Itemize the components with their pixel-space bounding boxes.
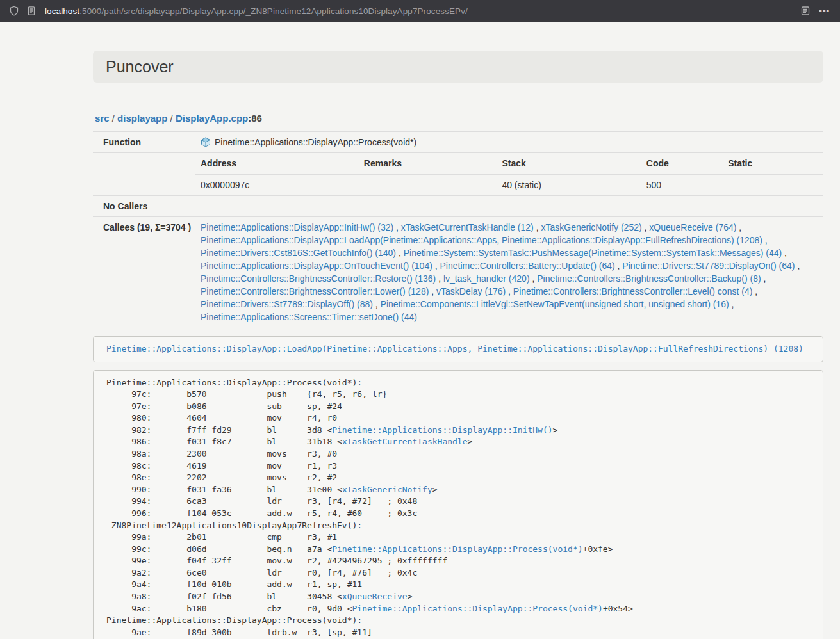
disasm-symbol-link[interactable]: Pinetime::Applications::DisplayApp::Proc… — [332, 544, 582, 554]
function-table: Function Pinetime::Applications::Display… — [93, 131, 823, 327]
header-code: Code — [641, 153, 723, 174]
callee-link[interactable]: Pinetime::Applications::Screens::Timer::… — [201, 312, 417, 322]
breadcrumb-link[interactable]: displayapp — [117, 113, 167, 124]
value-remarks — [359, 174, 497, 195]
function-row-label: Function — [93, 132, 195, 153]
url-path: :5000/path/src/displayapp/DisplayApp.cpp… — [79, 6, 468, 16]
callee-link[interactable]: vTaskDelay (176) — [436, 286, 506, 296]
callee-link[interactable]: Pinetime::Drivers::Cst816S::GetTouchInfo… — [201, 248, 396, 258]
callee-link[interactable]: Pinetime::Controllers::BrightnessControl… — [537, 273, 761, 284]
callee-link[interactable]: Pinetime::Controllers::BrightnessControl… — [201, 273, 436, 284]
tracking-protection-shield-icon[interactable] — [9, 6, 19, 16]
breadcrumb-link[interactable]: DisplayApp.cpp — [176, 113, 248, 124]
callee-separator: , — [429, 286, 436, 296]
value-address: 0x0000097c — [195, 174, 359, 195]
value-static — [723, 174, 823, 195]
callee-separator: , — [762, 235, 768, 245]
stats-row-label — [93, 153, 195, 196]
header-static: Static — [723, 153, 823, 174]
function-row: Function Pinetime::Applications::Display… — [93, 132, 823, 153]
callee-separator: , — [642, 222, 650, 232]
callee-link[interactable]: Pinetime::Applications::DisplayApp::Init… — [201, 222, 393, 232]
callee-separator: , — [436, 273, 443, 284]
no-callers-row: No Callers — [93, 196, 823, 217]
callee-link[interactable]: Pinetime::Controllers::Battery::Update()… — [440, 261, 615, 271]
callees-label: Callees (19, Σ=3704 ) — [93, 217, 195, 328]
callee-link[interactable]: Pinetime::Components::LittleVgl::SetNewT… — [381, 299, 729, 309]
stats-row: Address Remarks Stack Code Static 0x0000… — [93, 153, 823, 196]
disasm-symbol-link[interactable]: Pinetime::Applications::DisplayApp::Init… — [332, 425, 552, 435]
callee-separator: , — [393, 222, 401, 232]
browser-toolbar: localhost:5000/path/src/displayapp/Displ… — [0, 0, 840, 22]
url-bar[interactable]: localhost:5000/path/src/displayapp/Displ… — [44, 6, 793, 16]
disassembly-code: Pinetime::Applications::DisplayApp::Proc… — [93, 370, 823, 639]
callee-link[interactable]: lv_task_handler (420) — [443, 273, 530, 284]
callee-separator: , — [530, 273, 538, 284]
callee-link[interactable]: Pinetime::Drivers::St7789::DisplayOff() … — [201, 299, 373, 309]
breadcrumb-separator: / — [110, 113, 118, 124]
disasm-symbol-link[interactable]: xTaskGenericNotify — [342, 485, 432, 494]
callee-separator: , — [736, 222, 741, 232]
callee-separator: , — [396, 248, 404, 258]
breadcrumb-line-number: :86 — [248, 113, 262, 124]
stats-data-row: 0x0000097c 40 (static) 500 — [195, 174, 823, 195]
divider — [93, 102, 823, 102]
callees-list: Pinetime::Applications::DisplayApp::Init… — [195, 217, 823, 328]
function-name-cell: Pinetime::Applications::DisplayApp::Proc… — [195, 132, 823, 153]
callee-link[interactable]: Pinetime::Controllers::BrightnessControl… — [201, 286, 429, 296]
value-stack: 40 (static) — [497, 174, 641, 195]
no-callers-label: No Callers — [93, 196, 195, 217]
disasm-symbol-link[interactable]: xQueueReceive — [342, 592, 408, 601]
disasm-symbol-link[interactable]: Pinetime::Applications::DisplayApp::Proc… — [352, 604, 603, 613]
value-code: 500 — [641, 174, 723, 195]
breadcrumb: src / displayapp / DisplayApp.cpp:86 — [95, 113, 821, 124]
stats-table: Address Remarks Stack Code Static 0x0000… — [195, 153, 823, 195]
callee-link[interactable]: Pinetime::Applications::DisplayApp::OnTo… — [201, 261, 432, 271]
callee-separator: , — [534, 222, 541, 232]
callee-separator: , — [752, 286, 757, 296]
callee-link[interactable]: xTaskGetCurrentTaskHandle (12) — [401, 222, 534, 232]
breadcrumb-separator: / — [167, 113, 176, 124]
stats-header-row: Address Remarks Stack Code Static — [195, 153, 823, 174]
callee-link[interactable]: Pinetime::Applications::DisplayApp::Load… — [201, 235, 762, 245]
no-callers-cell — [195, 196, 823, 217]
callee-separator: , — [506, 286, 513, 296]
callee-separator: , — [761, 273, 766, 284]
page-container: Puncover src / displayapp / DisplayApp.c… — [93, 22, 823, 639]
page-header: Puncover — [93, 51, 823, 83]
selected-callee-link[interactable]: Pinetime::Applications::DisplayApp::Load… — [106, 344, 803, 353]
callee-link[interactable]: Pinetime::Drivers::St7789::DisplayOn() (… — [622, 261, 795, 271]
page-info-icon[interactable] — [26, 6, 37, 16]
callees-row: Callees (19, Σ=3704 ) Pinetime::Applicat… — [93, 217, 823, 328]
callee-separator: , — [615, 261, 623, 271]
callee-separator: , — [782, 248, 787, 258]
method-icon — [201, 137, 211, 147]
callee-link[interactable]: Pinetime::System::SystemTask::PushMessag… — [404, 248, 782, 258]
url-domain: localhost — [45, 6, 79, 16]
header-address: Address — [195, 153, 359, 174]
callee-separator: , — [795, 261, 800, 271]
disasm-symbol-link[interactable]: xTaskGetCurrentTaskHandle — [342, 437, 468, 446]
stats-cell: Address Remarks Stack Code Static 0x0000… — [195, 153, 823, 196]
breadcrumb-link[interactable]: src — [95, 113, 110, 124]
function-name: Pinetime::Applications::DisplayApp::Proc… — [215, 137, 416, 147]
callee-separator: , — [729, 299, 734, 309]
selected-callee-box: Pinetime::Applications::DisplayApp::Load… — [93, 336, 823, 362]
page-title: Puncover — [106, 57, 811, 76]
callee-link[interactable]: xTaskGenericNotify (252) — [541, 222, 641, 232]
reader-view-icon[interactable] — [800, 6, 811, 16]
header-remarks: Remarks — [359, 153, 497, 174]
more-menu-icon[interactable]: ••• — [818, 6, 831, 16]
header-stack: Stack — [497, 153, 641, 174]
callee-link[interactable]: Pinetime::Controllers::BrightnessControl… — [513, 286, 752, 296]
callee-link[interactable]: xQueueReceive (764) — [649, 222, 736, 232]
callee-separator: , — [373, 299, 381, 309]
callee-separator: , — [432, 261, 440, 271]
